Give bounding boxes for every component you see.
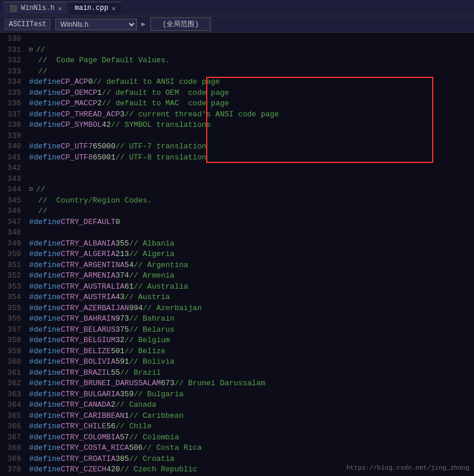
code-line-364: #define CTRY_CANADA 2 // Canada: [29, 400, 474, 411]
code-line-361: #define CTRY_BRAZIL 55 // Brazil: [29, 368, 474, 379]
code-line-353: #define CTRY_AUSTRALIA 61 // Australia: [29, 282, 474, 293]
tab-maincpp[interactable]: main.cpp ✕: [69, 2, 121, 14]
tab-label-maincpp: main.cpp: [75, 4, 108, 12]
tab-icon-winnls: ⬛: [9, 5, 17, 12]
code-line-334: #define CP_ACP 0 // default to ANSI code…: [29, 77, 474, 88]
file-selector[interactable]: WinNls.h: [55, 19, 137, 30]
code-line-335: #define CP_OEMCP 1 // default to OEM cod…: [29, 88, 474, 99]
code-line-348: [29, 228, 474, 239]
code-line-358: #define CTRY_BELGIUM 32 // Belgium: [29, 335, 474, 346]
tab-close-maincpp[interactable]: ✕: [112, 5, 116, 12]
arrow-icon: ▶: [142, 20, 146, 29]
editor-area[interactable]: 3303313323333343353363373383393403413423…: [0, 33, 474, 476]
code-line-369: #define CTRY_CROATIA 385 // Croatia: [29, 454, 474, 465]
code-line-363: #define CTRY_BULGARIA 359 // Bulgaria: [29, 389, 474, 400]
code-line-342: [29, 163, 474, 174]
project-label: ASCIITest: [5, 19, 51, 30]
code-line-341: #define CP_UTF8 65001 // UTF-8 translati…: [29, 152, 474, 164]
code-content: ⊟// // Code Page Default Values. // #def…: [26, 33, 474, 476]
code-line-349: #define CTRY_ALBANIA 355 // Albania: [29, 239, 474, 250]
code-line-340: #define CP_UTF7 65000 // UTF-7 translati…: [29, 141, 474, 152]
watermark: https://blog.csdn.net/jing_zhong: [346, 464, 469, 471]
code-line-351: #define CTRY_ARGENTINA 54 // Argentina: [29, 260, 474, 271]
tab-close-winnls[interactable]: ✕: [58, 5, 62, 12]
code-line-347: #define CTRY_DEFAULT 0: [29, 217, 474, 228]
line-numbers: 3303313323333343353363373383393403413423…: [0, 33, 26, 476]
code-line-365: #define CTRY_CARIBBEAN 1 // Caribbean: [29, 411, 474, 422]
code-line-344: ⊟//: [29, 184, 474, 196]
code-line-356: #define CTRY_BAHRAIN 973 // Bahrain: [29, 314, 474, 325]
code-line-339: [29, 131, 474, 142]
code-line-343: [29, 174, 474, 185]
scope-label: (全局范围): [150, 17, 211, 31]
code-line-355: #define CTRY_AZERBAIJAN 994 // Azerbaija…: [29, 303, 474, 314]
code-line-362: #define CTRY_BRUNEI_DARUSSALAM 673 // Br…: [29, 378, 474, 389]
code-line-338: #define CP_SYMBOL 42 // SYMBOL translati…: [29, 120, 474, 131]
code-line-333: //: [29, 66, 474, 77]
code-line-346: //: [29, 206, 474, 217]
title-bar: ⬛ WinNls.h ✕ main.cpp ✕: [0, 0, 474, 16]
code-line-345: // Country/Region Codes.: [29, 196, 474, 207]
code-line-350: #define CTRY_ALGERIA 213 // Algeria: [29, 249, 474, 260]
code-line-367: #define CTRY_COLOMBIA 57 // Colombia: [29, 432, 474, 443]
code-line-336: #define CP_MACCP 2 // default to MAC cod…: [29, 98, 474, 109]
code-line-352: #define CTRY_ARMENIA 374 // Armenia: [29, 271, 474, 282]
toolbar: ASCIITest WinNls.h ▶ (全局范围): [0, 16, 474, 33]
code-line-337: #define CP_THREAD_ACP 3 // current threa…: [29, 109, 474, 120]
tab-winnls[interactable]: ⬛ WinNls.h ✕: [3, 2, 68, 14]
tab-label-winnls: WinNls.h: [21, 4, 55, 12]
code-line-331: ⊟//: [29, 45, 474, 56]
code-line-360: #define CTRY_BOLIVIA 591 // Bolivia: [29, 357, 474, 368]
code-line-366: #define CTRY_CHILE 56 // Chile: [29, 421, 474, 432]
code-line-368: #define CTRY_COSTA_RICA 506 // Costa Ric…: [29, 443, 474, 454]
code-line-359: #define CTRY_BELIZE 501 // Belize: [29, 346, 474, 357]
code-line-354: #define CTRY_AUSTRIA 43 // Austria: [29, 292, 474, 303]
code-line-332: // Code Page Default Values.: [29, 55, 474, 66]
code-line-330: [29, 34, 474, 45]
code-line-357: #define CTRY_BELARUS 375 // Belarus: [29, 325, 474, 336]
